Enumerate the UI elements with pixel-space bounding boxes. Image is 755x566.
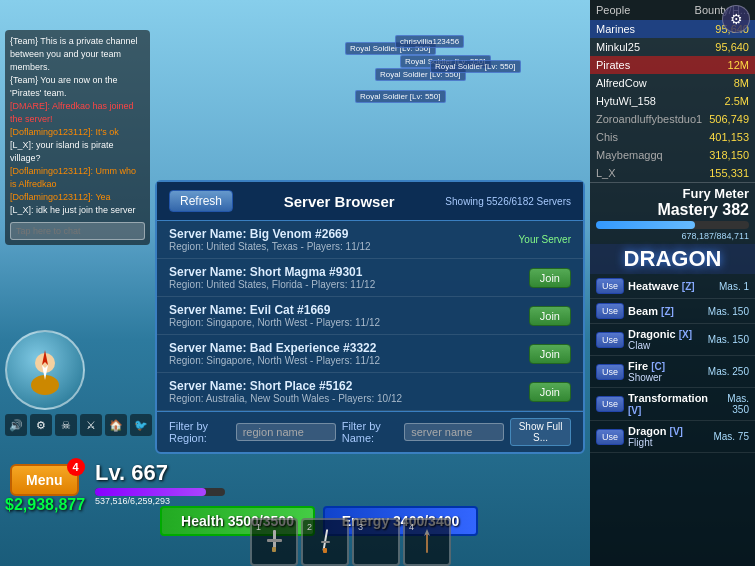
chat-input[interactable] (10, 222, 145, 240)
hotbar-slot-3[interactable]: 3 (352, 518, 400, 566)
hotbar-slot-1[interactable]: 1 (250, 518, 298, 566)
hotbar-slot-2[interactable]: 2 (301, 518, 349, 566)
join-button[interactable]: Join (529, 306, 571, 326)
settings-icon-btn[interactable]: ⚙ (30, 414, 52, 436)
sword-icon (260, 528, 288, 556)
filter-name-input[interactable] (404, 423, 504, 441)
chat-line-alert: [DMARE]: Alfredkao has joined the server… (10, 100, 145, 126)
join-button[interactable]: Join (529, 268, 571, 288)
chat-line: [Doflamingo123112]: Yea (10, 191, 145, 204)
chat-line: [L_X]: idk he just join the server (10, 204, 145, 217)
lb-row: AlfredCow 8M (590, 74, 755, 92)
soldier-label: Royal Soldier [Lv: 550] (430, 60, 521, 73)
svg-rect-8 (321, 541, 330, 543)
chat-line: [L_X]: your island is pirate village? (10, 139, 145, 165)
lb-row: Zoroandluffybestduo1 506,749 (590, 110, 755, 128)
join-button[interactable]: Join (529, 344, 571, 364)
soldier-label: Royal Soldier [Lv: 550] (355, 90, 446, 103)
server-row[interactable]: Server Name: Bad Experience #3322 Region… (157, 335, 583, 373)
svg-rect-9 (323, 548, 327, 553)
chat-line: {Team} You are now on the 'Pirates' team… (10, 74, 145, 100)
svg-rect-7 (322, 529, 328, 551)
icons-row: 🔊 ⚙ ☠ ⚔ 🏠 🐦 (5, 414, 152, 436)
dragon-title: DRAGON (590, 244, 755, 274)
spear-icon (413, 528, 441, 556)
skill-beam[interactable]: Use Beam [Z] Mas. 150 (590, 299, 755, 324)
skills-section: Use Heatwave [Z] Mas. 1 Use Beam [Z] Mas… (590, 274, 755, 566)
server-row[interactable]: Server Name: Short Magma #9301 Region: U… (157, 259, 583, 297)
use-beam-button[interactable]: Use (596, 303, 624, 319)
lb-row: Minkul25 95,640 (590, 38, 755, 56)
menu-button[interactable]: Menu 4 (10, 464, 79, 496)
filter-name-label: Filter by Name: (342, 420, 399, 444)
svg-rect-6 (272, 547, 276, 552)
server-filter: Filter by Region: Filter by Name: Show F… (157, 411, 583, 452)
lb-col-people: People (596, 4, 630, 16)
fury-mastery-section: Fury Meter Mastery 382 678,187/884,711 (590, 182, 755, 244)
skill-fire-shower[interactable]: Use Fire [C] Shower Mas. 250 (590, 356, 755, 388)
server-count: Showing 5526/6182 Servers (445, 196, 571, 207)
server-row[interactable]: Server Name: Short Place #5162 Region: A… (157, 373, 583, 411)
lb-row: Chis 401,153 (590, 128, 755, 146)
avatar-image (20, 345, 70, 395)
player-name-label: chrisvillia123456 (395, 35, 464, 48)
social-icon-btn[interactable]: 🐦 (130, 414, 152, 436)
lb-row: L_X 155,331 (590, 164, 755, 182)
exp-text: 537,516/6,259,293 (95, 496, 225, 506)
mastery-bar-container (596, 221, 749, 229)
fury-label: Fury Meter (596, 186, 749, 201)
your-server-label: Your Server (519, 234, 571, 245)
player-avatar (5, 330, 85, 410)
mastery-bar (596, 221, 695, 229)
level-display: Lv. 667 537,516/6,259,293 (95, 460, 225, 506)
exp-bar-container (95, 488, 225, 496)
filter-region-label: Filter by Region: (169, 420, 230, 444)
sound-toggle[interactable]: 🔊 (5, 414, 27, 436)
menu-badge: 4 (67, 458, 85, 476)
refresh-button[interactable]: Refresh (169, 190, 233, 212)
skill-transformation[interactable]: Use Transformation [V] Mas. 350 (590, 388, 755, 421)
menu-btn-container: Menu 4 (5, 479, 74, 511)
chat-line: {Team} This is a private channel between… (10, 35, 145, 74)
server-row[interactable]: Server Name: Evil Cat #1669 Region: Sing… (157, 297, 583, 335)
server-browser-title: Server Browser (241, 193, 437, 210)
lb-row: Maybemaggq 318,150 (590, 146, 755, 164)
hotbar-slot-4[interactable]: 4 (403, 518, 451, 566)
player-area: 🔊 ⚙ ☠ ⚔ 🏠 🐦 (5, 330, 152, 436)
skull-icon-btn[interactable]: ☠ (55, 414, 77, 436)
chat-line: [Doflamingo123112]: Umm who is Alfredkao (10, 165, 145, 191)
join-button[interactable]: Join (529, 382, 571, 402)
server-browser-modal: Refresh Server Browser Showing 5526/6182… (155, 180, 585, 454)
lb-row-pirates: Pirates 12M (590, 56, 755, 74)
server-row[interactable]: Server Name: Big Venom #2669 Region: Uni… (157, 221, 583, 259)
use-dragonic-claw-button[interactable]: Use (596, 332, 624, 348)
server-browser-header: Refresh Server Browser Showing 5526/6182… (157, 182, 583, 221)
filter-region-input[interactable] (236, 423, 336, 441)
right-panel: People Bounty/H... Marines 95,640 Minkul… (590, 0, 755, 566)
mastery-label: Mastery 382 (596, 201, 749, 219)
skill-dragon-flight[interactable]: Use Dragon [V] Flight Mas. 75 (590, 421, 755, 453)
use-transformation-button[interactable]: Use (596, 396, 624, 412)
use-dragon-flight-button[interactable]: Use (596, 429, 624, 445)
skill-dragonic-claw[interactable]: Use Dragonic [X] Claw Mas. 150 (590, 324, 755, 356)
use-heatwave-button[interactable]: Use (596, 278, 624, 294)
skill-heatwave[interactable]: Use Heatwave [Z] Mas. 1 (590, 274, 755, 299)
sword-icon-btn[interactable]: ⚔ (80, 414, 102, 436)
chat-panel: {Team} This is a private channel between… (5, 30, 150, 245)
svg-rect-5 (267, 539, 282, 542)
show-full-button[interactable]: Show Full S... (510, 418, 571, 446)
mastery-numbers: 678,187/884,711 (596, 231, 749, 241)
hotbar: 1 2 3 4 (250, 518, 451, 566)
lb-row: HytuWi_158 2.5M (590, 92, 755, 110)
home-icon-btn[interactable]: 🏠 (105, 414, 127, 436)
katana-icon (311, 528, 339, 556)
use-fire-shower-button[interactable]: Use (596, 364, 624, 380)
settings-button[interactable]: ⚙ (722, 5, 750, 33)
level-text: Lv. 667 (95, 460, 225, 486)
exp-bar (95, 488, 206, 496)
chat-line: [Doflamingo123112]: It's ok (10, 126, 145, 139)
